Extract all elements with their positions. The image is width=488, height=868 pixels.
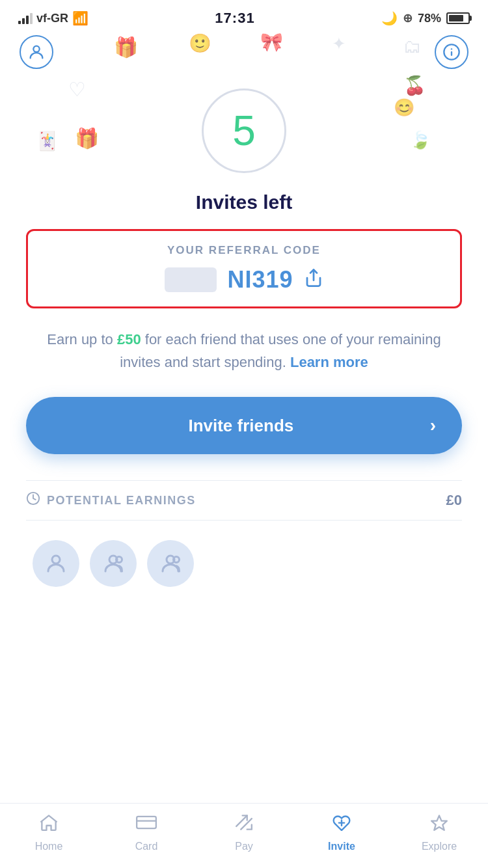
earn-suffix: for each friend that uses one of your re… — [120, 331, 441, 370]
status-bar: vf-GR 📶 17:31 🌙 ⊕ 78% — [0, 0, 488, 29]
nav-item-pay[interactable]: Pay — [195, 814, 293, 852]
invites-circle: 5 — [202, 88, 286, 173]
profile-button[interactable] — [20, 35, 53, 69]
app-header — [0, 29, 488, 75]
nav-label-card: Card — [135, 841, 158, 852]
svg-marker-17 — [431, 815, 447, 830]
svg-rect-11 — [137, 817, 156, 828]
avatar-1 — [33, 540, 79, 587]
nav-item-invite[interactable]: Invite — [293, 814, 390, 852]
nav-item-home[interactable]: Home — [0, 814, 98, 852]
status-time: 17:31 — [215, 10, 254, 27]
moon-icon: 🌙 — [381, 10, 398, 26]
referral-code-box[interactable]: YOUR REFERRAL CODE NI319 — [26, 229, 462, 308]
earn-amount: £50 — [117, 331, 141, 347]
potential-earnings-left: POTENTIAL EARNINGS — [26, 491, 196, 509]
share-button[interactable] — [304, 268, 323, 292]
nav-item-card[interactable]: Card — [98, 814, 195, 852]
nav-label-explore: Explore — [422, 841, 457, 852]
signal-bar-4 — [30, 13, 33, 24]
info-icon — [442, 43, 461, 61]
signal-bar-1 — [18, 21, 21, 24]
learn-more-link[interactable]: Learn more — [290, 354, 368, 370]
earn-description: Earn up to £50 for each friend that uses… — [26, 328, 462, 373]
home-icon — [39, 814, 59, 835]
signal-bar-3 — [26, 16, 29, 24]
clock-icon — [26, 491, 40, 509]
potential-earnings-value: £0 — [446, 492, 462, 509]
wifi-icon: 📶 — [72, 10, 88, 26]
referral-code-row: NI319 — [165, 266, 323, 293]
bottom-nav: Home Card Pay — [0, 803, 488, 868]
battery-percent: 78% — [418, 12, 441, 25]
svg-point-0 — [33, 46, 39, 52]
avatar-2 — [90, 540, 137, 587]
potential-earnings-label: POTENTIAL EARNINGS — [47, 494, 196, 508]
battery-fill — [449, 15, 463, 21]
carrier-name: vf-GR — [36, 12, 68, 25]
potential-earnings-row: POTENTIAL EARNINGS £0 — [26, 480, 462, 521]
svg-point-8 — [116, 557, 122, 563]
invite-icon — [332, 814, 351, 835]
invites-label: Invites left — [196, 191, 292, 213]
nav-label-home: Home — [35, 841, 63, 852]
battery-icon — [446, 12, 470, 24]
signal-bars — [18, 12, 33, 24]
info-button[interactable] — [435, 35, 468, 69]
svg-point-10 — [174, 557, 180, 563]
avatars-row — [26, 540, 462, 587]
nav-label-invite: Invite — [328, 841, 355, 852]
invite-button-label: Invite friends — [52, 416, 430, 436]
earn-prefix: Earn up to — [47, 331, 117, 347]
main-content: 5 Invites left YOUR REFERRAL CODE NI319 … — [0, 75, 488, 600]
profile-icon — [27, 43, 46, 61]
explore-icon — [429, 814, 449, 835]
referral-code: NI319 — [227, 266, 293, 293]
nav-label-pay: Pay — [235, 841, 253, 852]
signal-bar-2 — [22, 18, 25, 24]
referral-label: YOUR REFERRAL CODE — [167, 244, 321, 257]
pay-icon — [234, 814, 254, 835]
status-right: 🌙 ⊕ 78% — [381, 10, 470, 26]
referral-code-blur — [165, 267, 217, 292]
invite-friends-button[interactable]: Invite friends › — [26, 397, 462, 454]
invites-count: 5 — [232, 110, 256, 152]
lock-icon: ⊕ — [403, 11, 413, 25]
status-left: vf-GR 📶 — [18, 10, 88, 26]
card-icon — [136, 814, 157, 835]
nav-item-explore[interactable]: Explore — [390, 814, 488, 852]
avatar-3 — [147, 540, 194, 587]
svg-point-6 — [52, 556, 60, 563]
invite-chevron-icon: › — [430, 415, 436, 436]
